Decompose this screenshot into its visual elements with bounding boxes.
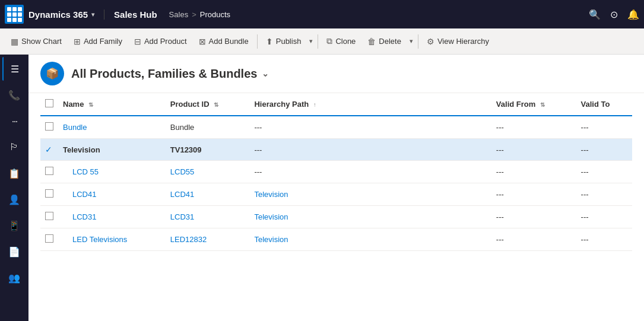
col-valid-to: Valid To [576,93,632,116]
row-name[interactable]: LCD 55 [58,161,166,183]
breadcrumb-products: Products [200,10,230,19]
sidebar-item-phone[interactable]: 📞 [2,83,26,107]
breadcrumb: Sales > Products [169,10,589,19]
delete-button[interactable]: 🗑 Delete [361,33,407,50]
table-row[interactable]: LED TelevisionsLED12832Television------ [40,228,632,251]
row-checkbox-cell [40,183,58,206]
show-chart-button[interactable]: ▦ Show Chart [5,33,68,50]
add-family-icon: ⊞ [74,37,81,46]
row-valid-from: --- [491,206,576,228]
row-product-id[interactable]: LCD55 [166,161,250,183]
add-bundle-icon: ⊠ [199,37,206,46]
sidebar-item-flag[interactable]: 🏳 [2,135,26,159]
top-nav: Dynamics 365 ▾ Sales Hub Sales > Product… [0,0,644,28]
table-row[interactable]: LCD 55LCD55--------- [40,161,632,183]
row-hierarchy-link[interactable]: Television [254,235,288,244]
row-valid-to: --- [576,139,632,161]
waffle-button[interactable] [5,5,24,24]
sidebar-item-users[interactable]: 👥 [2,266,26,290]
row-hierarchy-path[interactable]: Television [249,206,491,228]
row-valid-from: --- [491,161,576,183]
add-product-icon: ⊟ [134,37,141,46]
row-valid-to: --- [576,206,632,228]
view-hierarchy-icon: ⚙ [427,37,434,46]
select-all-checkbox[interactable] [45,99,53,107]
row-product-id-link[interactable]: LCD55 [170,167,194,176]
delete-icon: 🗑 [367,37,376,46]
row-hierarchy-path[interactable]: Television [249,183,491,206]
main-content: 📦 All Products, Families & Bundles ⌄ Nam… [28,55,644,321]
target-icon[interactable]: ⊙ [610,9,618,20]
row-hierarchy-link[interactable]: Television [254,190,288,199]
app-name-label[interactable]: Dynamics 365 ▾ [28,9,104,20]
row-product-id[interactable]: LCD41 [166,183,250,206]
row-checkbox[interactable] [45,212,53,220]
search-icon[interactable]: 🔍 [589,9,601,20]
sort-valid-from-icon: ⇅ [540,101,545,108]
delete-dropdown-button[interactable]: ▾ [407,34,415,49]
row-product-id[interactable]: LCD31 [166,206,250,228]
row-valid-from: --- [491,116,576,139]
col-valid-from[interactable]: Valid From ⇅ [491,93,576,116]
sidebar-item-mobile[interactable]: 📱 [2,214,26,237]
row-valid-to: --- [576,183,632,206]
row-product-id-link[interactable]: LCD31 [170,212,194,221]
row-checkbox-cell [40,161,58,183]
row-name-link[interactable]: LCD 55 [72,167,99,176]
add-product-button[interactable]: ⊟ Add Product [128,33,193,50]
bell-icon[interactable]: 🔔 [627,9,639,20]
publish-button[interactable]: ⬆ Publish [260,33,307,50]
row-name[interactable]: LCD41 [58,183,166,206]
table-row[interactable]: BundleBundle--------- [40,116,632,139]
row-name[interactable]: LCD31 [58,206,166,228]
row-name[interactable]: LED Televisions [58,228,166,251]
row-product-id: Bundle [166,116,250,139]
row-hierarchy-path[interactable]: Television [249,228,491,251]
row-hierarchy-link[interactable]: Television [254,212,288,221]
sidebar-item-menu[interactable]: ☰ [2,57,26,81]
row-checkbox[interactable] [45,167,53,175]
row-name[interactable]: Bundle [58,116,166,139]
row-checkbox[interactable] [45,122,53,131]
sidebar-item-person[interactable]: 👤 [2,187,26,211]
sidebar-item-document[interactable]: 📄 [2,240,26,263]
row-name-link[interactable]: LCD31 [72,212,96,221]
clone-button[interactable]: ⧉ Clone [321,33,361,50]
row-name-link[interactable]: LCD41 [72,190,96,199]
sort-product-id-icon: ⇅ [214,101,218,108]
breadcrumb-sales[interactable]: Sales [169,10,189,19]
col-name[interactable]: Name ⇅ [58,93,166,116]
row-hierarchy-path: --- [249,139,491,161]
show-chart-icon: ▦ [11,37,18,46]
row-product-id-link[interactable]: LED12832 [170,235,207,244]
row-valid-to: --- [576,161,632,183]
row-checkbox[interactable] [45,234,53,243]
page-title-chevron-icon[interactable]: ⌄ [262,69,269,78]
toolbar-separator-1 [257,34,258,49]
app-chevron-icon: ▾ [91,11,94,18]
row-checkbox[interactable] [45,189,53,198]
row-product-id[interactable]: LED12832 [166,228,250,251]
row-product-id-link[interactable]: LCD41 [170,190,194,199]
clone-icon: ⧉ [326,36,332,46]
add-family-button[interactable]: ⊞ Add Family [68,33,128,50]
col-hierarchy-path[interactable]: Hierarchy Path ↑ [249,93,491,116]
row-checkbox-cell [40,116,58,139]
sidebar-item-clipboard[interactable]: 📋 [2,161,26,185]
row-product-id: TV12309 [166,139,250,161]
row-hierarchy-path: --- [249,116,491,139]
table-row[interactable]: LCD31LCD31Television------ [40,206,632,228]
sidebar-item-more[interactable]: ··· [2,109,26,133]
table-row[interactable]: ✓TelevisionTV12309--------- [40,139,632,161]
publish-dropdown-button[interactable]: ▾ [307,34,315,49]
table-row[interactable]: LCD41LCD41Television------ [40,183,632,206]
col-product-id[interactable]: Product ID ⇅ [166,93,250,116]
page-icon: 📦 [40,62,64,85]
row-checkbox[interactable]: ✓ [45,145,52,154]
add-bundle-button[interactable]: ⊠ Add Bundle [193,33,255,50]
row-checkbox-cell [40,228,58,251]
row-valid-to: --- [576,228,632,251]
view-hierarchy-button[interactable]: ⚙ View Hierarchy [421,33,495,50]
row-name-link[interactable]: Bundle [63,123,87,132]
row-name-link[interactable]: LED Televisions [72,235,127,244]
